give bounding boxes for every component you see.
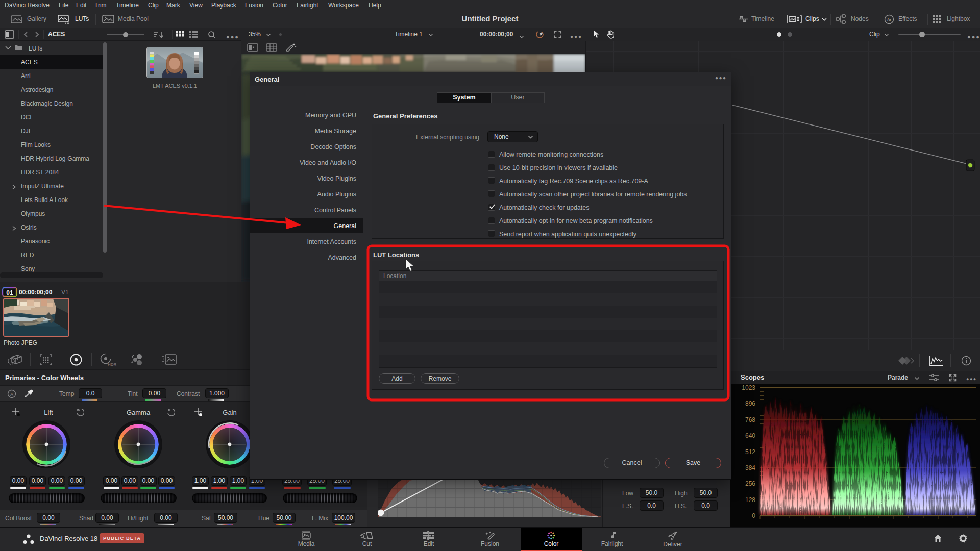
svg-text:512: 512 [745, 448, 755, 456]
svg-text:1023: 1023 [742, 384, 755, 391]
svg-text:128: 128 [745, 496, 755, 504]
svg-text:256: 256 [745, 480, 755, 487]
svg-text:01: 01 [6, 289, 13, 296]
svg-text:768: 768 [745, 416, 755, 423]
svg-text:384: 384 [745, 464, 755, 471]
svg-text:896: 896 [745, 400, 755, 407]
svg-text:HDR: HDR [108, 362, 117, 367]
svg-text:fx: fx [887, 17, 892, 22]
svg-text:0: 0 [752, 512, 755, 519]
svg-text:A: A [10, 392, 13, 397]
svg-text:640: 640 [745, 432, 755, 439]
